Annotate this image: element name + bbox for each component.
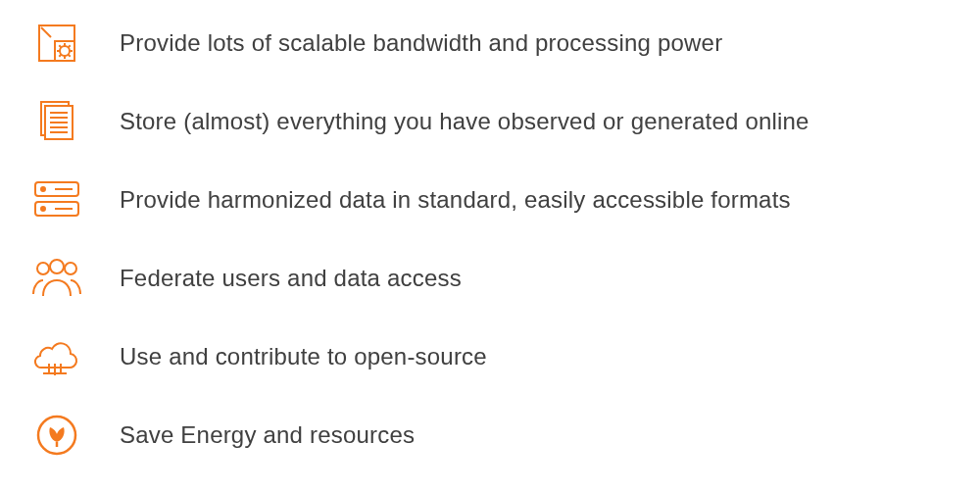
- list-item-label: Use and contribute to open-source: [120, 343, 487, 370]
- list-item-label: Provide lots of scalable bandwidth and p…: [120, 29, 722, 57]
- svg-point-12: [41, 187, 45, 191]
- list-item-label: Federate users and data access: [120, 265, 462, 292]
- svg-point-17: [50, 260, 64, 273]
- list-item: Save Energy and resources: [29, 412, 951, 459]
- svg-point-13: [41, 207, 45, 211]
- list-item-label: Save Energy and resources: [120, 421, 415, 449]
- feature-list: Provide lots of scalable bandwidth and p…: [29, 20, 951, 459]
- svg-point-16: [37, 263, 49, 274]
- cloud-icon: [29, 333, 84, 380]
- users-group-icon: [29, 255, 84, 302]
- list-item: Provide lots of scalable bandwidth and p…: [29, 20, 951, 67]
- list-item: Federate users and data access: [29, 255, 951, 302]
- svg-point-18: [65, 263, 76, 274]
- list-item-label: Store (almost) everything you have obser…: [120, 108, 809, 135]
- eco-leaf-icon: [29, 412, 84, 459]
- list-item-label: Provide harmonized data in standard, eas…: [120, 186, 791, 214]
- list-item: Use and contribute to open-source: [29, 333, 951, 380]
- scale-gear-icon: [29, 20, 84, 67]
- list-item: Store (almost) everything you have obser…: [29, 98, 951, 145]
- list-item: Provide harmonized data in standard, eas…: [29, 176, 951, 223]
- servers-icon: [29, 176, 84, 223]
- documents-icon: [29, 98, 84, 145]
